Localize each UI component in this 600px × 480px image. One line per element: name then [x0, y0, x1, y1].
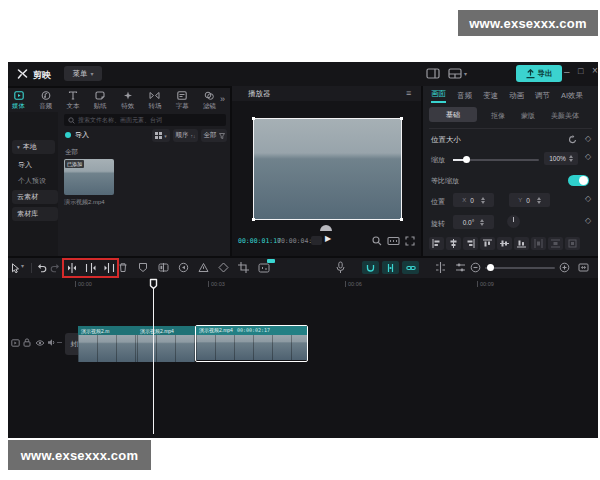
slider-handle[interactable] [487, 264, 494, 271]
scale-slider[interactable] [453, 159, 539, 161]
scale-value-box[interactable]: 100% [544, 152, 578, 165]
distribute-grid-icon[interactable] [565, 237, 580, 250]
keyframe-icon[interactable]: ◇ [585, 194, 591, 203]
timeline-clip[interactable]: 演示视频2.m [78, 326, 137, 362]
timeline-ruler[interactable]: 00:00 00:03 00:06 00:09 [8, 278, 598, 292]
position-x-box[interactable]: X 0 [453, 193, 494, 207]
video-preview[interactable] [253, 118, 402, 220]
caret-down-icon[interactable]: ▾ [21, 262, 24, 269]
tab-animation[interactable]: 动画 [509, 91, 524, 101]
zoom-out-icon[interactable] [470, 262, 481, 273]
sidebar-item-local[interactable]: ▾ 本地 [12, 140, 55, 154]
tab-ai-effects[interactable]: AI效果 [561, 91, 583, 101]
fit-timeline-icon[interactable] [578, 262, 589, 273]
record-voice-icon[interactable] [335, 261, 346, 274]
zoom-in-icon[interactable] [559, 262, 570, 273]
reverse-icon[interactable] [178, 262, 189, 273]
play-button[interactable]: ▶ [325, 234, 331, 243]
rotation-value-box[interactable]: 0.0° [453, 215, 494, 229]
search-input[interactable]: 搜索文件名称、画面元素、台词 [64, 114, 226, 126]
main-track-magnet-icon[interactable] [362, 261, 379, 274]
export-button[interactable]: 导出 [516, 65, 562, 82]
tab-text[interactable]: 文本 [67, 91, 80, 111]
keyframe-icon[interactable]: ◇ [585, 134, 591, 143]
align-center-v-icon[interactable] [497, 237, 512, 250]
distribute-v-icon[interactable] [548, 237, 563, 250]
link-icon[interactable] [402, 261, 419, 274]
eye-icon[interactable] [35, 339, 45, 347]
auto-snap-icon[interactable] [382, 261, 399, 274]
tab-speed[interactable]: 变速 [483, 91, 498, 101]
fullscreen-icon[interactable] [405, 236, 415, 246]
panel-layout-icon[interactable] [426, 68, 440, 79]
align-bottom-icon[interactable] [514, 237, 529, 250]
menu-button[interactable]: 菜单 ▾ [64, 66, 102, 81]
stepper-icon[interactable] [537, 197, 541, 204]
stepper-icon[interactable] [480, 219, 484, 226]
sidebar-item-library[interactable]: 素材库 [12, 207, 58, 221]
lock-icon[interactable] [23, 338, 31, 347]
tab-adjust[interactable]: 调节 [535, 91, 550, 101]
slider-handle[interactable] [463, 156, 470, 163]
playhead-head[interactable] [149, 278, 158, 290]
selection-handle[interactable] [400, 218, 403, 221]
tab-audio-props[interactable]: 音频 [457, 91, 472, 101]
mute-speaker-icon[interactable] [47, 338, 56, 347]
close-button[interactable]: × [592, 65, 598, 76]
aspect-ratio-icon[interactable] [387, 236, 400, 246]
reset-icon[interactable] [568, 135, 577, 144]
sidebar-item-import[interactable]: 导入 [18, 160, 32, 170]
select-tool-icon[interactable] [11, 263, 20, 273]
preview-axis-icon[interactable] [435, 262, 446, 273]
sidebar-item-presets[interactable]: 个人预设 [18, 176, 46, 186]
crop-icon[interactable] [238, 262, 249, 273]
media-thumbnail[interactable]: 已添加 [64, 159, 114, 195]
stepper-icon[interactable] [481, 197, 485, 204]
stepper-icon[interactable] [569, 155, 573, 162]
distribute-h-icon[interactable] [531, 237, 546, 250]
tab-effects[interactable]: 特效 [121, 91, 134, 111]
sort-button[interactable]: 顺序 ↑↓ [173, 129, 198, 142]
undo-icon[interactable] [36, 263, 47, 273]
sidebar-item-cloud[interactable]: 云素材 [12, 190, 58, 204]
tab-captions[interactable]: 字幕 [176, 91, 189, 111]
mirror-icon[interactable] [158, 262, 169, 273]
timeline-clip[interactable]: 演示视频2.mp4 [137, 326, 195, 362]
minimize-button[interactable]: – [564, 66, 570, 77]
subtab-beauty[interactable]: 美颜美体 [551, 111, 579, 121]
import-button[interactable]: 导入 [65, 130, 89, 140]
timeline-zoom-slider[interactable] [485, 267, 555, 269]
subtab-cutout[interactable]: 抠像 [491, 111, 505, 121]
keyframe-icon[interactable]: ◇ [585, 152, 591, 161]
player-menu-icon[interactable]: ≡ [406, 88, 411, 98]
chevron-more-icon[interactable]: » [220, 94, 225, 104]
freeze-frame-icon[interactable] [138, 262, 148, 273]
delete-icon[interactable] [118, 262, 128, 273]
selection-handle[interactable] [400, 117, 403, 120]
tab-sticker[interactable]: 贴纸 [94, 91, 107, 111]
tab-picture[interactable]: 画面 [431, 89, 446, 103]
player-collapse-handle[interactable] [320, 225, 332, 231]
align-right-icon[interactable] [463, 237, 478, 250]
playhead-line[interactable] [153, 288, 154, 434]
align-left-icon[interactable] [429, 237, 444, 250]
timeline-settings-icon[interactable] [455, 262, 466, 273]
rotation-knob[interactable] [507, 215, 520, 228]
player-control-chip[interactable] [311, 236, 322, 245]
selection-handle[interactable] [252, 218, 255, 221]
filter-button[interactable]: 全部 [201, 129, 227, 142]
view-mode-button[interactable]: ▾ [152, 129, 170, 142]
align-center-h-icon[interactable] [446, 237, 461, 250]
tab-media[interactable]: 媒体 [12, 91, 25, 111]
tab-transitions[interactable]: 转场 [148, 91, 161, 111]
rotate-icon[interactable] [218, 262, 229, 273]
uniform-scale-toggle[interactable] [568, 175, 589, 186]
tab-filters[interactable]: 滤镜 [203, 91, 216, 111]
maximize-button[interactable]: □ [578, 66, 583, 76]
timeline-clip-selected[interactable]: 演示视频2.mp4 00:00:02:17 [195, 325, 308, 362]
subtab-mask[interactable]: 蒙版 [521, 111, 535, 121]
keyframe-icon[interactable]: ◇ [585, 216, 591, 225]
position-y-box[interactable]: Y 0 [509, 193, 550, 207]
align-top-icon[interactable] [480, 237, 495, 250]
tab-audio[interactable]: 音频 [39, 91, 52, 111]
